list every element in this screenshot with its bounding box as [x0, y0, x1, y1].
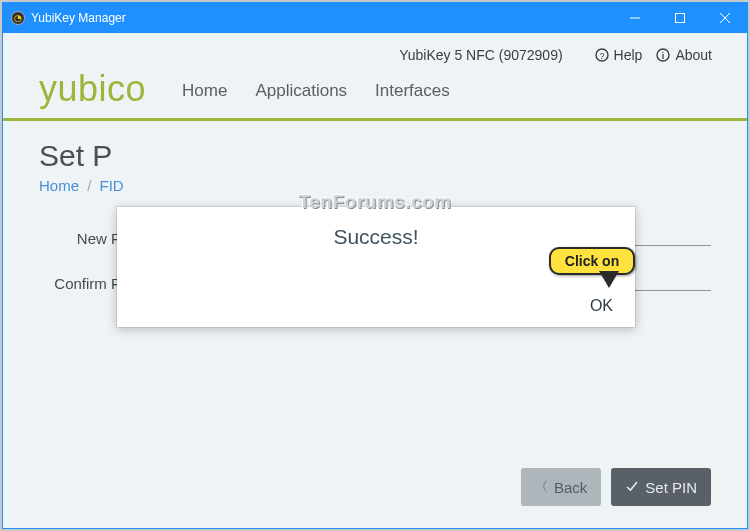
- tutorial-callout: Click on: [549, 247, 635, 275]
- about-link[interactable]: i About: [656, 47, 712, 63]
- titlebar: ◔ YubiKey Manager: [3, 3, 747, 33]
- nav-home[interactable]: Home: [168, 71, 241, 115]
- ok-button[interactable]: OK: [590, 297, 613, 315]
- dialog-title: Success!: [117, 207, 635, 249]
- page-title: Set P: [39, 139, 711, 173]
- breadcrumb-current[interactable]: FID: [100, 177, 124, 194]
- maximize-button[interactable]: [657, 3, 702, 33]
- window-title: YubiKey Manager: [31, 11, 612, 25]
- svg-text:?: ?: [599, 51, 604, 61]
- help-link[interactable]: ? Help: [595, 47, 643, 63]
- chevron-left-icon: 〈: [535, 478, 548, 496]
- breadcrumb: Home / FID: [39, 177, 711, 194]
- breadcrumb-sep: /: [87, 177, 91, 194]
- about-text: About: [675, 47, 712, 63]
- set-pin-button[interactable]: Set PIN: [611, 468, 711, 506]
- back-label: Back: [554, 479, 587, 496]
- device-label: YubiKey 5 NFC (9072909): [399, 47, 562, 63]
- footer-buttons: 〈 Back Set PIN: [521, 468, 711, 506]
- brand-logo: yubico: [39, 68, 168, 118]
- content-area: YubiKey 5 NFC (9072909) ? Help i About y…: [3, 33, 747, 528]
- page-header: Set P Home / FID: [3, 121, 747, 194]
- info-icon: i: [656, 48, 670, 62]
- app-icon: ◔: [11, 11, 25, 25]
- help-icon: ?: [595, 48, 609, 62]
- header: yubico Home Applications Interfaces: [3, 63, 747, 121]
- minimize-button[interactable]: [612, 3, 657, 33]
- breadcrumb-home[interactable]: Home: [39, 177, 79, 194]
- nav: Home Applications Interfaces: [168, 71, 464, 115]
- back-button[interactable]: 〈 Back: [521, 468, 601, 506]
- callout-tail: [601, 273, 617, 287]
- svg-text:i: i: [662, 51, 665, 61]
- help-text: Help: [614, 47, 643, 63]
- set-pin-label: Set PIN: [645, 479, 697, 496]
- app-window: ◔ YubiKey Manager YubiKey 5 NFC (9072909…: [2, 2, 748, 529]
- check-icon: [625, 479, 639, 496]
- nav-applications[interactable]: Applications: [241, 71, 361, 115]
- svg-rect-1: [675, 14, 684, 23]
- topbar: YubiKey 5 NFC (9072909) ? Help i About: [3, 33, 747, 63]
- close-button[interactable]: [702, 3, 747, 33]
- callout-text: Click on: [565, 253, 619, 269]
- nav-interfaces[interactable]: Interfaces: [361, 71, 464, 115]
